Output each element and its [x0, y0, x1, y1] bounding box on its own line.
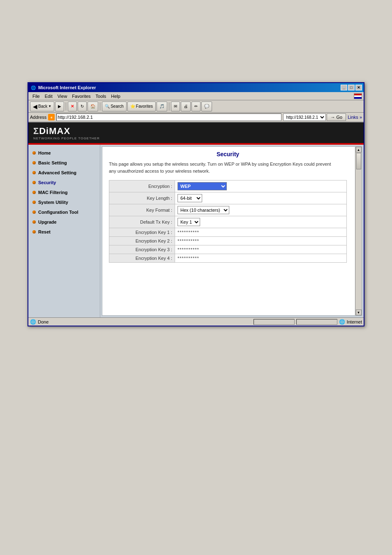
logo-max: MAX	[49, 126, 70, 136]
sidebar-label-advanced: Advanced Setting	[38, 170, 76, 175]
enc-key-2-value: **********	[178, 238, 199, 243]
status-done-label: Done	[38, 319, 48, 324]
label-key-format: Key Format :	[109, 204, 175, 216]
edimax-header: ΣDiMAX NETWORKING PEOPLE TOGETHER	[28, 123, 364, 143]
mail-button[interactable]: ✉	[171, 102, 180, 111]
forward-icon: ▶	[58, 104, 61, 109]
forward-button[interactable]: ▶	[55, 102, 64, 111]
value-default-tx: Key 1 Key 2 Key 3 Key 4	[175, 216, 347, 228]
sidebar-label-basic: Basic Setting	[38, 160, 67, 165]
sidebar-item-config-tool[interactable]: Configuration Tool	[28, 207, 100, 217]
menu-help[interactable]: Help	[108, 93, 123, 99]
main-panel: ▲ ▼ Security This page allows you setup …	[102, 146, 362, 316]
encryption-select[interactable]: WEP Disable WPA WPA2	[178, 182, 227, 190]
title-bar: 🌐 Microsoft Internet Explorer _ □ ✕	[28, 83, 364, 92]
discuss-button[interactable]: 💬	[201, 102, 212, 111]
discuss-icon: 💬	[204, 104, 209, 109]
status-bar: 🌐 Done 🌐 Internet	[28, 317, 364, 326]
toolbar-separator-2	[100, 102, 100, 111]
bullet-icon	[32, 191, 36, 194]
toolbar: ◀ Back ▼ ▶ ✕ ↻ 🏠 🔍 Search ⭐ Favorites 🎵	[28, 100, 364, 113]
close-button[interactable]: ✕	[355, 85, 362, 90]
status-right-area: 🌐 Internet	[254, 319, 362, 325]
sidebar-label-home: Home	[38, 150, 51, 155]
back-dropdown-icon[interactable]: ▼	[48, 104, 51, 108]
toolbar-separator-3	[169, 102, 169, 111]
address-input[interactable]	[56, 113, 281, 121]
sidebar-item-system-utility[interactable]: System Utility	[28, 197, 100, 207]
value-enc-key-2: **********	[175, 237, 347, 245]
scroll-thumb[interactable]	[356, 153, 361, 169]
sidebar-item-home[interactable]: Home	[28, 148, 100, 158]
default-tx-select[interactable]: Key 1 Key 2 Key 3 Key 4	[178, 218, 200, 226]
menu-tools[interactable]: Tools	[93, 93, 109, 99]
table-row: Encryption Key 3 : **********	[109, 245, 347, 254]
print-button[interactable]: 🖨	[181, 102, 191, 111]
scroll-down-arrow[interactable]: ▼	[356, 310, 362, 315]
address-label: Address	[30, 115, 46, 120]
minimize-button[interactable]: _	[341, 85, 347, 90]
ie-window: 🌐 Microsoft Internet Explorer _ □ ✕ File…	[28, 82, 364, 326]
key-format-select[interactable]: Hex (10 characters) ASCII (5 characters)	[178, 206, 229, 214]
table-row: Encryption Key 1 : **********	[109, 228, 347, 237]
content-area: Home Basic Setting Advanced Setting Secu…	[28, 145, 364, 317]
toolbar-separator-1	[66, 102, 66, 111]
security-form: Encryption : WEP Disable WPA WPA2	[109, 180, 347, 263]
internet-label: Internet	[347, 319, 362, 324]
logo-text: ΣDiMAX	[33, 126, 100, 136]
status-progress-bar-2	[296, 319, 337, 325]
sidebar-item-upgrade[interactable]: Upgrade	[28, 217, 100, 227]
maximize-button[interactable]: □	[348, 85, 355, 90]
sidebar-item-mac-filtering[interactable]: MAC Filtering	[28, 187, 100, 197]
scrollbar[interactable]: ▲ ▼	[355, 147, 362, 315]
address-bar: Address e http://192.168.2.1 → Go Links …	[28, 113, 364, 123]
menu-edit[interactable]: Edit	[42, 93, 55, 99]
sidebar-label-system: System Utility	[38, 200, 68, 205]
status-progress-bar	[254, 319, 295, 325]
links-label[interactable]: Links »	[348, 115, 362, 120]
scroll-track	[356, 153, 362, 310]
address-dropdown[interactable]: http://192.168.2.1	[283, 113, 326, 121]
browser-content: ΣDiMAX NETWORKING PEOPLE TOGETHER Home B…	[28, 123, 364, 326]
bullet-icon	[32, 161, 36, 164]
sidebar-item-advanced-setting[interactable]: Advanced Setting	[28, 168, 100, 178]
edit-button[interactable]: ✏	[191, 102, 201, 111]
table-row: Key Format : Hex (10 characters) ASCII (…	[109, 204, 347, 216]
value-enc-key-3: **********	[175, 245, 347, 254]
bullet-icon	[32, 151, 36, 155]
search-button[interactable]: 🔍 Search	[102, 102, 127, 111]
refresh-button[interactable]: ↻	[78, 102, 87, 111]
bullet-icon	[32, 210, 36, 214]
menu-file[interactable]: File	[30, 93, 42, 99]
sidebar-item-basic-setting[interactable]: Basic Setting	[28, 158, 100, 168]
print-icon: 🖨	[184, 104, 188, 109]
star-icon: ⭐	[130, 104, 135, 109]
stop-button[interactable]: ✕	[68, 102, 77, 111]
window-controls: _ □ ✕	[341, 85, 362, 90]
favorites-button[interactable]: ⭐ Favorites	[127, 102, 156, 111]
sidebar-label-reset: Reset	[38, 229, 51, 234]
go-button[interactable]: → Go	[327, 113, 346, 121]
enc-key-4-value: **********	[178, 256, 199, 261]
sidebar: Home Basic Setting Advanced Setting Secu…	[28, 145, 100, 317]
bullet-icon	[32, 220, 36, 224]
bullet-icon	[32, 230, 36, 234]
menu-view[interactable]: View	[55, 93, 70, 99]
sidebar-item-reset[interactable]: Reset	[28, 227, 100, 237]
table-row: Encryption Key 4 : **********	[109, 254, 347, 263]
page-title: Security	[109, 151, 347, 157]
back-button[interactable]: ◀ Back ▼	[30, 102, 54, 111]
sidebar-item-security[interactable]: Security	[28, 178, 100, 187]
menu-bar: File Edit View Favorites Tools Help	[28, 92, 364, 100]
value-enc-key-1: **********	[175, 228, 347, 237]
label-key-length: Key Length :	[109, 192, 175, 204]
home-button[interactable]: 🏠	[88, 102, 98, 111]
page-status-icon: 🌐	[30, 319, 36, 325]
key-length-select[interactable]: 64-bit 128-bit	[178, 194, 202, 202]
bullet-icon	[32, 181, 36, 184]
media-button[interactable]: 🎵	[157, 102, 167, 111]
internet-icon: 🌐	[339, 319, 345, 325]
scroll-up-arrow[interactable]: ▲	[356, 147, 362, 153]
edimax-logo: ΣDiMAX NETWORKING PEOPLE TOGETHER	[33, 126, 100, 140]
menu-favorites[interactable]: Favorites	[69, 93, 93, 99]
